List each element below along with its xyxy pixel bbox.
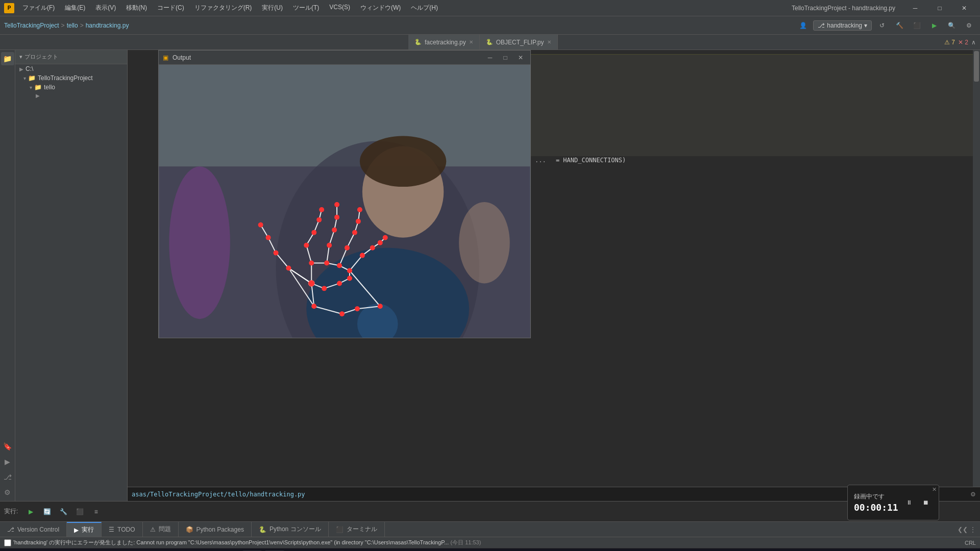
btab-run[interactable]: ▶ 実行 bbox=[67, 522, 102, 537]
btab-packages-icon: 📦 bbox=[186, 526, 193, 533]
menu-file[interactable]: ファイル(F) bbox=[18, 3, 59, 13]
output-minimize-button[interactable]: ─ bbox=[484, 52, 496, 63]
menu-code[interactable]: コード(C) bbox=[153, 3, 188, 13]
left-sidebar: 📁 🔖 ▶ ⎇ ⚙ bbox=[0, 50, 15, 501]
svg-point-61 bbox=[345, 245, 350, 251]
svg-point-46 bbox=[286, 266, 291, 271]
main-layout: 📁 🔖 ▶ ⎇ ⚙ ▾ プロジェクト ▶ C:\ ▾ 📁 TelloTracki… bbox=[0, 50, 980, 501]
run-play-button[interactable]: ▶ bbox=[24, 505, 37, 518]
btab-vc-label: Version Control bbox=[17, 526, 59, 533]
editor-scrollbar[interactable] bbox=[973, 50, 980, 501]
tree-project[interactable]: ▾ 📁 TelloTrackingProject bbox=[15, 73, 127, 83]
breadcrumb-project[interactable]: TelloTrackingProject bbox=[4, 22, 59, 29]
close-button[interactable]: ✕ bbox=[952, 0, 976, 16]
menu-help[interactable]: ヘルプ(H) bbox=[407, 3, 442, 13]
btabs-right: ❮❮ ⋮ bbox=[953, 522, 980, 537]
tree-tello[interactable]: ▾ 📁 tello bbox=[15, 83, 127, 92]
svg-point-48 bbox=[266, 235, 271, 240]
svg-point-69 bbox=[383, 235, 388, 240]
svg-point-58 bbox=[334, 215, 339, 220]
branch-selector[interactable]: ⎇ handtracking ▾ bbox=[813, 20, 872, 31]
svg-point-76 bbox=[378, 304, 383, 309]
btab-terminal[interactable]: ⬛ ターミナル bbox=[329, 522, 385, 537]
sidebar-git-icon[interactable]: ⎇ bbox=[1, 470, 14, 484]
output-window-title: Output bbox=[173, 54, 480, 61]
menu-vcs[interactable]: VCS(S) bbox=[325, 3, 354, 13]
btab-python-console[interactable]: 🐍 Python コンソール bbox=[252, 522, 329, 537]
svg-point-51 bbox=[304, 243, 309, 248]
tab-object-flip[interactable]: 🐍 OBJECT_FLIP.py ✕ bbox=[480, 35, 558, 49]
svg-point-55 bbox=[324, 261, 329, 266]
tab-object-flip-close[interactable]: ✕ bbox=[547, 39, 551, 45]
btab-python-packages[interactable]: 📦 Python Packages bbox=[179, 522, 252, 537]
settings-icon[interactable]: ⚙ bbox=[962, 18, 976, 33]
stop-build-icon[interactable]: ⬛ bbox=[910, 18, 924, 33]
code-editor[interactable]: ... = HAND_CONNECTIONS) bbox=[531, 50, 980, 501]
run-label: 実行: bbox=[4, 507, 18, 516]
btabs-chevron-icon[interactable]: ❮❮ bbox=[958, 526, 968, 533]
btab-version-control[interactable]: ⎇ Version Control bbox=[0, 522, 67, 537]
svg-point-60 bbox=[337, 263, 342, 268]
btab-problems[interactable]: ⚠ 問題 bbox=[143, 522, 179, 537]
project-panel-header[interactable]: ▾ プロジェクト bbox=[15, 50, 127, 64]
tab-facetracking[interactable]: 🐍 facetracking.py ✕ bbox=[408, 35, 480, 49]
toolbar: TelloTrackingProject > tello > handtrack… bbox=[0, 16, 980, 35]
btab-todo-icon: ☰ bbox=[109, 526, 114, 533]
breadcrumb-file[interactable]: handtracking.py bbox=[86, 22, 129, 29]
warnings-chevron-icon[interactable]: ∧ bbox=[971, 39, 976, 46]
tab-python-icon: 🐍 bbox=[414, 39, 422, 45]
run-settings-icon[interactable]: ⚙ bbox=[970, 491, 976, 498]
menu-view[interactable]: 表示(V) bbox=[91, 3, 120, 13]
output-close-button[interactable]: ✕ bbox=[515, 52, 526, 63]
sidebar-project-icon[interactable]: 📁 bbox=[1, 52, 14, 65]
menu-window[interactable]: ウィンドウ(W) bbox=[356, 3, 405, 13]
build-icon[interactable]: 🔨 bbox=[892, 18, 906, 33]
svg-point-47 bbox=[274, 251, 279, 256]
tree-root[interactable]: ▶ C:\ bbox=[15, 64, 127, 73]
sidebar-settings-icon[interactable]: ⚙ bbox=[1, 486, 14, 499]
minimize-button[interactable]: ─ bbox=[903, 0, 927, 16]
tab-facetracking-close[interactable]: ✕ bbox=[469, 39, 473, 45]
menu-run[interactable]: 実行(U) bbox=[258, 3, 287, 13]
recording-time: 00:00:11 bbox=[854, 502, 898, 513]
btab-terminal-label: ターミナル bbox=[347, 525, 377, 534]
tab-warnings: ⚠ 7 ✕ 2 ∧ bbox=[940, 35, 980, 49]
refresh-icon[interactable]: ↺ bbox=[875, 18, 889, 33]
branch-icon: ⎇ bbox=[818, 22, 825, 29]
branch-chevron-icon: ▾ bbox=[864, 22, 867, 29]
error-badge: ✕ 2 bbox=[958, 39, 968, 46]
run-more-button[interactable]: ≡ bbox=[89, 505, 103, 518]
svg-point-8 bbox=[459, 202, 510, 283]
recording-stop-button[interactable]: ⏹ bbox=[919, 495, 933, 510]
svg-point-56 bbox=[327, 243, 332, 248]
error-filter-checkbox[interactable] bbox=[4, 539, 11, 546]
project-panel: ▾ プロジェクト ▶ C:\ ▾ 📁 TelloTrackingProject … bbox=[15, 50, 128, 501]
run-config-icon[interactable]: ▶ bbox=[927, 18, 941, 33]
tree-expand-more[interactable]: ▶ bbox=[15, 92, 127, 99]
menu-navigate[interactable]: 移動(N) bbox=[122, 3, 151, 13]
btab-todo[interactable]: ☰ TODO bbox=[102, 522, 142, 537]
hand-tracking-overlay bbox=[159, 65, 530, 338]
breadcrumb-sep1: > bbox=[61, 22, 65, 29]
btabs-more-icon[interactable]: ⋮ bbox=[970, 526, 976, 533]
menu-edit[interactable]: 編集(E) bbox=[61, 3, 89, 13]
svg-point-53 bbox=[316, 217, 322, 222]
menu-tools[interactable]: ツール(T) bbox=[289, 3, 323, 13]
run-tools-button[interactable]: 🔧 bbox=[57, 505, 70, 518]
breadcrumb-folder[interactable]: tello bbox=[67, 22, 78, 29]
sidebar-run-icon[interactable]: ▶ bbox=[1, 455, 14, 468]
sidebar-bookmarks-icon[interactable]: 🔖 bbox=[1, 440, 14, 453]
svg-point-68 bbox=[378, 240, 383, 245]
maximize-button[interactable]: □ bbox=[928, 0, 951, 16]
recording-close-button[interactable]: ✕ bbox=[932, 486, 937, 493]
svg-point-50 bbox=[309, 261, 314, 266]
svg-point-71 bbox=[337, 281, 342, 286]
search-icon[interactable]: 🔍 bbox=[944, 18, 959, 33]
output-maximize-button[interactable]: □ bbox=[500, 52, 511, 63]
recording-pause-button[interactable]: ⏸ bbox=[902, 495, 916, 510]
run-stop-button[interactable]: ⬛ bbox=[73, 505, 86, 518]
account-icon[interactable]: 👤 bbox=[796, 18, 810, 33]
menu-refactor[interactable]: リファクタリング(R) bbox=[190, 3, 256, 13]
run-refresh-button[interactable]: 🔄 bbox=[40, 505, 54, 518]
svg-point-66 bbox=[360, 253, 365, 258]
